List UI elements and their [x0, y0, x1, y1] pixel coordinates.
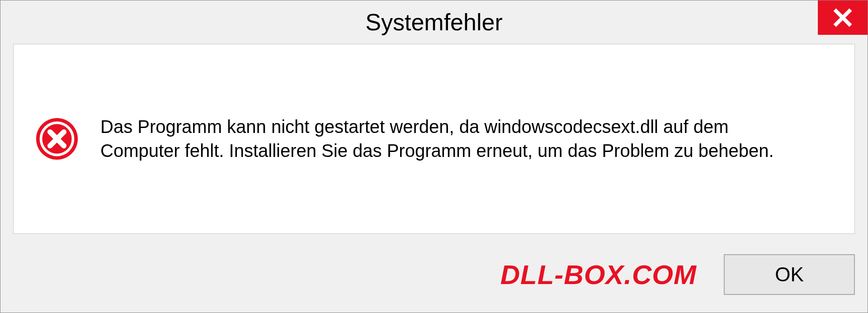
content-area: Das Programm kann nicht gestartet werden… — [13, 44, 855, 234]
titlebar: Systemfehler — [0, 0, 868, 44]
dialog-footer: DLL-BOX.COM OK — [0, 249, 868, 313]
close-icon — [833, 8, 853, 28]
dialog-title: Systemfehler — [365, 9, 502, 36]
error-dialog: Systemfehler Das Programm kann nicht ges… — [0, 0, 868, 313]
watermark-text: DLL-BOX.COM — [500, 259, 697, 290]
close-button[interactable] — [818, 0, 868, 35]
error-circle-icon — [35, 117, 79, 161]
error-message: Das Programm kann nicht gestartet werden… — [100, 115, 810, 163]
ok-button[interactable]: OK — [724, 254, 855, 295]
